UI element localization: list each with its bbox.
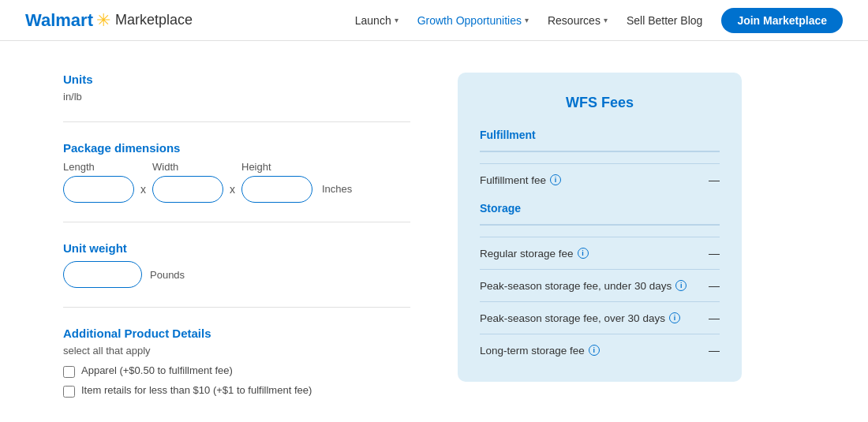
additional-label: Additional Product Details	[63, 327, 410, 340]
unit-weight-section: Unit weight Pounds	[63, 241, 410, 308]
length-label: Length	[63, 161, 134, 173]
length-group: Length	[63, 161, 134, 203]
height-label: Height	[241, 161, 312, 173]
units-value: in/lb	[63, 91, 410, 103]
storage-divider	[480, 224, 720, 226]
low-retail-checkbox-row: Item retails for less than $10 (+$1 to f…	[63, 384, 410, 398]
main-content: Units in/lb Package dimensions Length x …	[0, 41, 868, 422]
low-retail-label: Item retails for less than $10 (+$1 to f…	[81, 384, 312, 396]
wfs-fees-panel: WFS Fees Fulfillment Fulfillment fee i —…	[458, 73, 742, 382]
left-panel: Units in/lb Package dimensions Length x …	[63, 73, 410, 422]
nav-sell-better-blog[interactable]: Sell Better Blog	[627, 14, 703, 27]
width-input[interactable]	[152, 176, 223, 203]
peak-under-30-info-icon[interactable]: i	[675, 280, 687, 291]
width-height-separator: x	[230, 183, 235, 196]
weight-input[interactable]	[63, 261, 142, 288]
peak-under-30-fee-value: —	[709, 279, 720, 292]
fulfillment-fee-info-icon[interactable]: i	[550, 174, 561, 185]
longterm-storage-fee-row: Long-term storage fee i —	[480, 334, 720, 366]
launch-chevron-icon: ▾	[395, 16, 398, 24]
logo: Walmart ✳ Marketplace	[25, 10, 193, 31]
unit-weight-label: Unit weight	[63, 241, 410, 255]
regular-storage-info-icon[interactable]: i	[578, 248, 589, 259]
regular-storage-fee-row: Regular storage fee i —	[480, 237, 720, 269]
weight-unit: Pounds	[150, 269, 185, 281]
low-retail-checkbox[interactable]	[63, 386, 75, 398]
length-input[interactable]	[63, 176, 134, 203]
growth-chevron-icon: ▾	[525, 16, 529, 24]
storage-section-title: Storage	[480, 202, 720, 215]
package-dimensions-section: Package dimensions Length x Width x Heig…	[63, 141, 410, 222]
width-group: Width	[152, 161, 223, 203]
additional-product-details-section: Additional Product Details select all th…	[63, 327, 410, 422]
fulfillment-divider	[480, 151, 720, 152]
peak-under-30-fee-label: Peak-season storage fee, under 30 days i	[480, 280, 687, 292]
longterm-storage-info-icon[interactable]: i	[589, 345, 600, 356]
apparel-checkbox[interactable]	[63, 366, 75, 378]
peak-over-30-fee-value: —	[709, 312, 720, 324]
longterm-storage-fee-value: —	[709, 344, 720, 357]
height-group: Height	[241, 161, 312, 203]
units-section: Units in/lb	[63, 73, 410, 122]
logo-walmart-text: Walmart	[25, 10, 93, 31]
fulfillment-section-title: Fulfillment	[480, 129, 720, 141]
header: Walmart ✳ Marketplace Launch ▾ Growth Op…	[0, 0, 868, 41]
peak-over-30-fee-label: Peak-season storage fee, over 30 days i	[480, 312, 680, 324]
select-label: select all that apply	[63, 345, 410, 357]
package-dimensions-label: Package dimensions	[63, 141, 410, 155]
apparel-checkbox-row: Apparel (+$0.50 to fulfillment fee)	[63, 364, 410, 378]
apparel-label: Apparel (+$0.50 to fulfillment fee)	[81, 364, 233, 376]
join-marketplace-button[interactable]: Join Marketplace	[721, 8, 843, 33]
peak-over-30-info-icon[interactable]: i	[669, 312, 680, 323]
fulfillment-fee-value: —	[709, 174, 720, 186]
peak-over-30-fee-row: Peak-season storage fee, over 30 days i …	[480, 301, 720, 334]
longterm-storage-fee-label: Long-term storage fee i	[480, 345, 600, 357]
logo-spark-icon: ✳	[96, 10, 110, 31]
regular-storage-fee-label: Regular storage fee i	[480, 248, 589, 260]
storage-section: Storage Regular storage fee i — Peak-sea…	[480, 202, 720, 366]
peak-under-30-fee-row: Peak-season storage fee, under 30 days i…	[480, 269, 720, 301]
nav-launch[interactable]: Launch ▾	[355, 14, 398, 27]
dimensions-row: Length x Width x Height Inches	[63, 161, 410, 203]
dimension-unit: Inches	[322, 183, 352, 195]
fulfillment-fee-row: Fulfillment fee i —	[480, 163, 720, 196]
header-nav: Launch ▾ Growth Opportunities ▾ Resource…	[355, 8, 843, 33]
nav-growth-opportunities[interactable]: Growth Opportunities ▾	[417, 14, 529, 27]
nav-resources[interactable]: Resources ▾	[548, 14, 608, 27]
height-input[interactable]	[241, 176, 312, 203]
width-label: Width	[152, 161, 223, 173]
logo-marketplace-text: Marketplace	[115, 12, 193, 28]
weight-row: Pounds	[63, 261, 410, 288]
fulfillment-fee-label: Fulfillment fee i	[480, 174, 561, 186]
units-label: Units	[63, 73, 410, 86]
regular-storage-fee-value: —	[709, 247, 720, 260]
length-width-separator: x	[140, 183, 146, 196]
resources-chevron-icon: ▾	[604, 16, 608, 24]
wfs-title: WFS Fees	[480, 95, 720, 111]
